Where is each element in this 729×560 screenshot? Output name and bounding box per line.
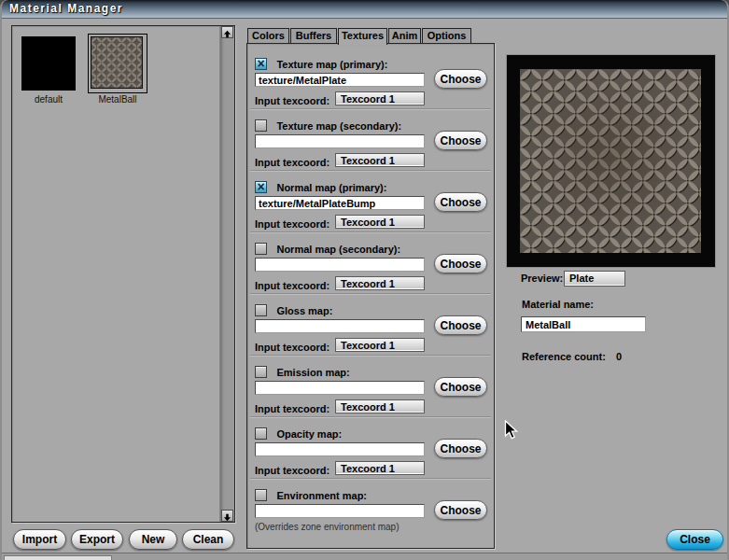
scroll-down-icon[interactable] (221, 510, 233, 522)
gloss-map-checkbox[interactable] (255, 304, 267, 316)
texture-map-secondary-checkbox[interactable] (255, 119, 267, 132)
material-name-input[interactable] (521, 316, 646, 332)
texcoord-label: Input texcoord: (255, 403, 335, 414)
gloss-map-path-input[interactable] (255, 319, 425, 333)
section-label: Opacity map: (276, 428, 342, 440)
textures-tab-panel: Texture map (primary): Choose Input texc… (246, 43, 495, 549)
normal-map-primary-path-input[interactable] (255, 196, 425, 210)
texcoord-select[interactable]: Texcoord 1 (335, 276, 425, 290)
metal-plate-preview-image (520, 69, 701, 253)
section-divider (250, 416, 491, 418)
texcoord-label: Input texcoord: (255, 157, 335, 168)
check-row: Texture map (primary): (255, 55, 387, 68)
tab-buffers[interactable]: Buffers (290, 28, 337, 44)
metal-plate-pattern-small (91, 37, 142, 88)
section-label: Normal map (primary): (276, 182, 386, 193)
emission-map-path-input[interactable] (255, 381, 425, 395)
section-label: Emission map: (276, 367, 349, 378)
check-row: Texture map (secondary): (255, 117, 401, 130)
opacity-map-section: Opacity map: Choose Input texcoord:Texco… (247, 425, 494, 483)
material-preview-frame (506, 54, 716, 268)
emission-map-checkbox[interactable] (255, 366, 267, 378)
section-label: Texture map (primary): (276, 59, 387, 70)
clean-button[interactable]: Clean (182, 529, 234, 550)
texcoord-select[interactable]: Texcoord 1 (335, 338, 425, 352)
texcoord-row: Input texcoord:Texcoord 1 (255, 461, 425, 475)
background-window-fragment (4, 555, 112, 560)
texture-map-secondary-path-input[interactable] (255, 134, 425, 148)
tab-textures[interactable]: Textures (338, 28, 387, 45)
texcoord-label: Input texcoord: (255, 465, 335, 476)
title-bar[interactable]: Material Manager (2, 0, 727, 19)
choose-button[interactable]: Choose (434, 500, 487, 520)
section-divider (250, 170, 491, 172)
material-label-default: default (21, 94, 76, 105)
texture-map-primary-checkbox[interactable] (255, 58, 267, 70)
check-row: Environment map: (255, 486, 367, 499)
environment-map-note: (Overrides zone environment map) (255, 522, 400, 532)
section-divider (250, 355, 491, 357)
choose-button[interactable]: Choose (434, 315, 487, 335)
emission-map-section: Emission map: Choose Input texcoord:Texc… (247, 363, 494, 421)
section-label: Environment map: (276, 490, 367, 501)
check-row: Gloss map: (255, 301, 332, 315)
preview-mode-select[interactable]: Plate (564, 271, 625, 287)
choose-button[interactable]: Choose (434, 192, 487, 212)
scroll-up-icon[interactable] (221, 26, 233, 38)
texcoord-row: Input texcoord:Texcoord 1 (255, 276, 425, 290)
texcoord-select[interactable]: Texcoord 1 (335, 461, 425, 475)
choose-button[interactable]: Choose (434, 69, 487, 89)
section-divider (250, 231, 491, 233)
normal-map-secondary-section: Normal map (secondary): Choose Input tex… (247, 240, 494, 298)
material-thumbnail-metalball[interactable] (88, 34, 147, 93)
texcoord-label: Input texcoord: (255, 95, 335, 106)
texcoord-row: Input texcoord:Texcoord 1 (255, 338, 425, 352)
texture-map-primary-path-input[interactable] (255, 73, 425, 87)
environment-map-path-input[interactable] (255, 504, 425, 518)
texcoord-row: Input texcoord:Texcoord 1 (255, 399, 425, 413)
preview-vignette (520, 69, 701, 253)
reference-count-value: 0 (616, 351, 622, 362)
material-library-panel: default (11, 25, 235, 523)
texcoord-select[interactable]: Texcoord 1 (335, 91, 425, 105)
normal-map-primary-checkbox[interactable] (255, 181, 267, 193)
close-button[interactable]: Close (666, 529, 723, 550)
library-scrollbar[interactable] (219, 26, 234, 522)
section-label: Normal map (secondary): (276, 244, 400, 255)
choose-button[interactable]: Choose (434, 254, 487, 273)
tab-anim[interactable]: Anim (388, 28, 421, 44)
export-button[interactable]: Export (71, 529, 123, 550)
check-row: Normal map (primary): (255, 178, 386, 191)
material-thumbnail-default[interactable] (21, 36, 76, 91)
choose-button[interactable]: Choose (434, 377, 487, 397)
texcoord-label: Input texcoord: (255, 280, 335, 291)
check-row: Opacity map: (255, 425, 342, 438)
texcoord-select[interactable]: Texcoord 1 (335, 153, 425, 167)
section-label: Texture map (secondary): (276, 120, 401, 132)
normal-map-secondary-checkbox[interactable] (255, 243, 267, 255)
environment-map-checkbox[interactable] (255, 489, 267, 501)
check-row: Emission map: (255, 363, 350, 376)
texcoord-label: Input texcoord: (255, 342, 335, 353)
environment-map-section: Environment map: Choose (Overrides zone … (247, 486, 494, 544)
choose-button[interactable]: Choose (434, 439, 487, 458)
import-button[interactable]: Import (13, 529, 66, 550)
texcoord-row: Input texcoord:Texcoord 1 (255, 153, 425, 167)
new-button[interactable]: New (129, 529, 177, 550)
normal-map-primary-section: Normal map (primary): Choose Input texco… (247, 178, 494, 236)
tab-colors[interactable]: Colors (247, 28, 289, 44)
choose-button[interactable]: Choose (434, 131, 487, 150)
metal-plate-thumb-texture (91, 36, 143, 89)
opacity-map-path-input[interactable] (255, 442, 425, 456)
check-row: Normal map (secondary): (255, 240, 400, 253)
section-divider (250, 478, 491, 480)
texcoord-select[interactable]: Texcoord 1 (335, 399, 425, 413)
tab-options[interactable]: Options (422, 28, 471, 44)
texcoord-row: Input texcoord:Texcoord 1 (255, 215, 425, 229)
texcoord-select[interactable]: Texcoord 1 (335, 215, 425, 229)
opacity-map-checkbox[interactable] (255, 427, 267, 440)
section-label: Gloss map: (276, 305, 332, 316)
material-manager-window: Material Manager default (0, 0, 729, 560)
normal-map-secondary-path-input[interactable] (255, 258, 425, 272)
texcoord-row: Input texcoord:Texcoord 1 (255, 91, 425, 105)
